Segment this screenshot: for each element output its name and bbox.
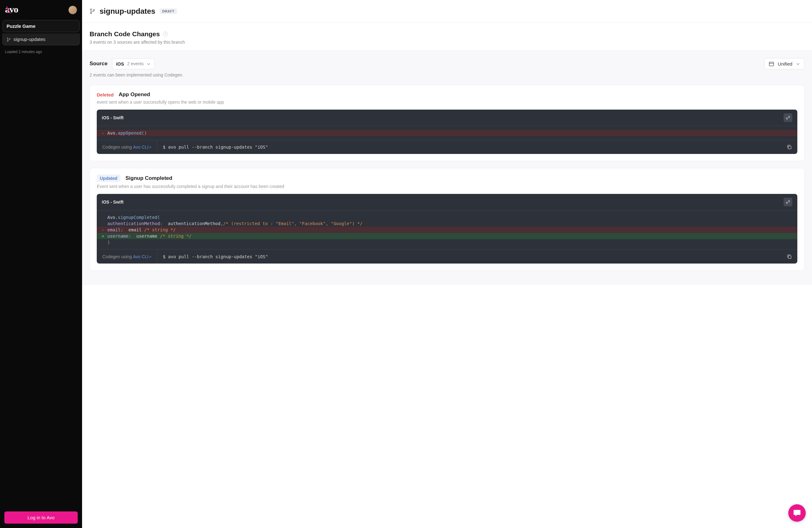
branch-name: signup-updates xyxy=(13,37,46,42)
chevron-down-icon xyxy=(796,61,800,66)
event-card: DeletedApp Openedevent sent when a user … xyxy=(90,85,804,161)
copy-button[interactable] xyxy=(787,254,792,259)
codegen-label: Codegen using Avo CLI↗ xyxy=(97,249,157,263)
source-event-count: 2 events xyxy=(127,61,144,66)
code-line: Avo.signupCompleted( xyxy=(97,214,797,220)
event-description: event sent when a user successfully open… xyxy=(97,100,797,104)
code-title: iOS - Swift xyxy=(102,115,124,120)
login-button[interactable]: Log in to Avo xyxy=(4,512,78,524)
section-subtitle: 3 events on 3 sources are affected by th… xyxy=(90,40,804,45)
source-label: Source xyxy=(90,60,108,67)
topbar: signup-updates DRAFT xyxy=(82,0,812,23)
implementation-note: 2 events can been implemented using Code… xyxy=(90,72,804,77)
view-select[interactable]: Unified xyxy=(764,58,804,69)
code-line: ) xyxy=(97,239,797,245)
chevron-down-icon xyxy=(147,61,150,66)
event-description: Event sent when a user has successfully … xyxy=(97,184,797,189)
draft-badge: DRAFT xyxy=(160,9,177,14)
svg-point-3 xyxy=(7,40,9,42)
svg-rect-11 xyxy=(788,256,791,258)
code-block: iOS - Swift-Avo.appOpened()Codegen using… xyxy=(97,110,797,154)
status-badge: Deleted xyxy=(97,92,114,97)
loaded-timestamp: Loaded 2 minutes ago xyxy=(2,48,79,55)
sidebar: avo Puzzle Game signup-updates Loaded 2 … xyxy=(0,0,82,528)
copy-button[interactable] xyxy=(787,145,792,149)
section-title: Branch Code Changes xyxy=(90,30,160,38)
section-header: Branch Code Changes ? 3 events on 3 sour… xyxy=(82,23,812,51)
code-line: + username: username /* string */ xyxy=(97,233,797,239)
source-select[interactable]: iOS 2 events xyxy=(112,58,155,69)
event-card: UpdatedSignup CompletedEvent sent when a… xyxy=(90,168,804,270)
permalink-button[interactable] xyxy=(784,198,792,206)
event-name: App Opened xyxy=(119,91,150,98)
avo-cli-link[interactable]: Avo CLI↗ xyxy=(133,254,151,259)
chat-launcher[interactable] xyxy=(788,504,806,522)
codegen-label: Codegen using Avo CLI↗ xyxy=(97,140,157,154)
status-badge: Updated xyxy=(97,174,120,182)
avatar[interactable] xyxy=(68,5,77,14)
svg-point-2 xyxy=(7,38,9,39)
view-label: Unified xyxy=(778,61,792,67)
svg-point-7 xyxy=(93,10,95,11)
branch-icon xyxy=(90,9,95,14)
code-block: iOS - Swift Avo.signupCompleted( authent… xyxy=(97,194,797,263)
permalink-button[interactable] xyxy=(784,113,792,122)
branch-selector[interactable]: signup-updates xyxy=(2,33,79,45)
layout-icon xyxy=(769,61,774,67)
project-selector[interactable]: Puzzle Game xyxy=(2,20,79,32)
code-line: - email: email /* string */ xyxy=(97,227,797,233)
project-name: Puzzle Game xyxy=(6,24,75,29)
pull-command: $ avo pull --branch signup-updates "iOS" xyxy=(163,254,268,259)
svg-point-4 xyxy=(9,38,11,39)
pull-command: $ avo pull --branch signup-updates "iOS" xyxy=(163,145,268,149)
svg-point-5 xyxy=(90,9,92,11)
page-title: signup-updates xyxy=(100,7,156,16)
svg-point-6 xyxy=(90,13,92,14)
event-name: Signup Completed xyxy=(126,175,172,182)
code-line: -Avo.appOpened() xyxy=(97,130,797,136)
source-name: iOS xyxy=(116,61,124,67)
logo[interactable]: avo xyxy=(5,5,27,14)
code-line: authenticationMethod: authenticationMeth… xyxy=(97,220,797,227)
main: signup-updates DRAFT Branch Code Changes… xyxy=(82,0,812,528)
svg-rect-8 xyxy=(769,62,773,66)
branch-icon xyxy=(6,37,11,42)
svg-rect-10 xyxy=(788,146,791,149)
code-title: iOS - Swift xyxy=(102,200,124,204)
info-icon[interactable]: ? xyxy=(163,31,168,37)
avo-cli-link[interactable]: Avo CLI↗ xyxy=(133,145,151,149)
